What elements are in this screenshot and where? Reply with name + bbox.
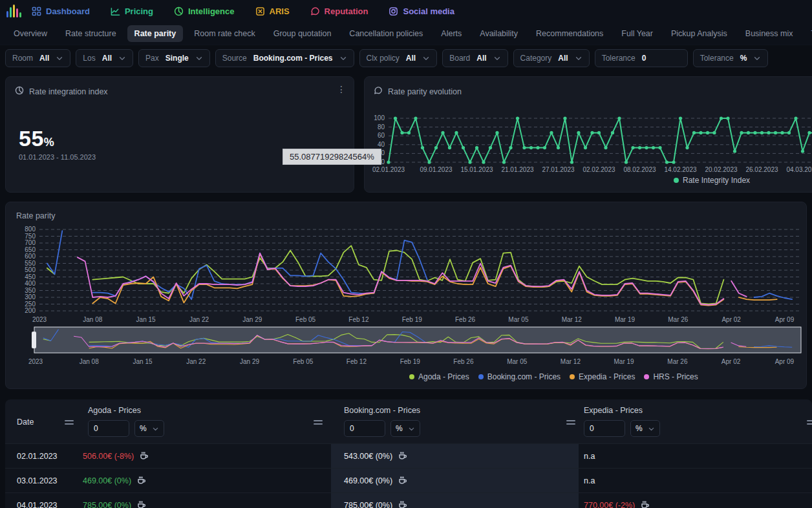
legend-item[interactable]: Booking.com - Prices	[478, 372, 561, 381]
svg-text:26.02.2023: 26.02.2023	[745, 166, 778, 173]
legend-label: Booking.com - Prices	[487, 372, 561, 381]
filter-los[interactable]: LosAll	[76, 49, 133, 67]
tab-full-year[interactable]: Full Year	[614, 25, 660, 42]
tab-pickup-analysis[interactable]: Pickup Analysis	[664, 25, 734, 42]
breakfast-cup-icon[interactable]	[640, 500, 650, 508]
tab-trend-analytic[interactable]: Trend analytic	[804, 25, 812, 42]
svg-text:750: 750	[25, 233, 36, 240]
svg-text:800: 800	[25, 226, 36, 233]
column-drag-handle-icon[interactable]	[807, 420, 812, 427]
tab-availability[interactable]: Availability	[473, 25, 525, 42]
tab-rate-parity[interactable]: Rate parity	[127, 25, 184, 42]
svg-text:700: 700	[25, 239, 36, 246]
tab-business-mix[interactable]: Business mix	[738, 25, 800, 42]
svg-text:100: 100	[374, 114, 385, 122]
cup-icon	[398, 476, 407, 485]
chevron-down-icon	[118, 54, 126, 62]
breakfast-cup-icon[interactable]	[136, 476, 146, 485]
chart-range-navigator[interactable]: 2023Jan 08Jan 15Jan 22Jan 29Feb 05Feb 12…	[11, 326, 802, 366]
table-row[interactable]: 03.01.2023 469.00€ (0%) 469.00€ (0%) n.a	[5, 468, 812, 492]
chevron-down-icon	[575, 54, 582, 62]
legend-item[interactable]: HRS - Prices	[644, 372, 698, 381]
navigator-handle	[32, 332, 36, 348]
table-header: Date Agoda - Prices % Booking.com - Pric…	[5, 399, 812, 443]
filter-label: Category	[520, 54, 552, 63]
legend-item[interactable]: Rate Integrity Index	[674, 176, 750, 185]
filter-board[interactable]: BoardAll	[442, 49, 508, 67]
price-value: 469.00€ (0%)	[344, 476, 392, 485]
svg-text:250: 250	[25, 301, 36, 308]
tab-group-quotation[interactable]: Group quotation	[266, 25, 339, 42]
topnav-item-intelligence[interactable]: Intelligence	[174, 6, 235, 16]
breakfast-cup-icon[interactable]	[139, 451, 149, 461]
tab-overview[interactable]: Overview	[6, 25, 54, 42]
instagram-icon	[389, 6, 398, 16]
tolerance-unit-select[interactable]: %	[390, 420, 420, 437]
chat-bubble-icon	[310, 6, 320, 16]
tab-room-rate-check[interactable]: Room rate check	[187, 25, 262, 42]
svg-text:Mar 05: Mar 05	[508, 316, 529, 323]
svg-text:08.02.2023: 08.02.2023	[623, 166, 656, 173]
tab-rate-structure[interactable]: Rate structure	[58, 25, 123, 42]
legend-item[interactable]: Expedia - Prices	[570, 372, 635, 381]
svg-text:300: 300	[25, 293, 36, 301]
topnav-item-aris[interactable]: ARIS	[255, 6, 290, 16]
card-menu-kebab-icon[interactable]: ⋮	[337, 85, 346, 94]
topnav-item-dashboard[interactable]: Dashboard	[32, 6, 90, 16]
topnav-item-social-media[interactable]: Social media	[389, 6, 454, 16]
tolerance-unit-select[interactable]: %	[630, 420, 660, 437]
topnav-item-pricing[interactable]: Pricing	[111, 6, 153, 16]
breakfast-cup-icon[interactable]	[398, 476, 407, 485]
svg-text:500: 500	[25, 266, 36, 273]
filter-source[interactable]: SourceBooking.com - Prices	[215, 49, 354, 67]
legend-item[interactable]: Agoda - Prices	[409, 372, 469, 381]
date-column-header: Date	[17, 418, 34, 427]
svg-text:Mar 05: Mar 05	[507, 358, 528, 365]
topnav-item-label: Social media	[403, 6, 454, 16]
column-drag-handle-icon[interactable]	[65, 420, 74, 427]
breakfast-cup-icon[interactable]	[398, 451, 407, 461]
svg-text:2023: 2023	[32, 316, 47, 323]
column-title: Expedia - Prices	[584, 406, 660, 415]
filter-category[interactable]: CategoryAll	[513, 49, 590, 67]
breakfast-cup-icon[interactable]	[398, 500, 407, 508]
chat-bubble-icon	[374, 86, 383, 95]
svg-text:Feb 19: Feb 19	[400, 358, 421, 365]
filter-selected-value: Single	[166, 54, 189, 63]
filter-pax[interactable]: PaxSingle	[138, 49, 210, 67]
row-date: 02.01.2023	[17, 444, 58, 468]
table-row[interactable]: 04.01.2023 785.00€ (0%) 785.00€ (0%) 770…	[5, 492, 812, 508]
svg-text:450: 450	[25, 273, 36, 280]
filter-input-value[interactable]: 0	[642, 54, 681, 63]
chevron-down-icon	[753, 54, 761, 62]
tolerance-unit-select[interactable]: %	[134, 420, 164, 437]
tolerance-filter-input[interactable]	[344, 420, 385, 437]
rate-parity-evolution-chart[interactable]: 02040608010002.01.202309.01.202315.01.20…	[370, 114, 812, 174]
chart-tooltip: 55.08771929824564%	[283, 149, 381, 165]
tab-alerts[interactable]: Alerts	[434, 25, 469, 42]
filter-tolerance[interactable]: Tolerance0	[595, 49, 688, 67]
filter-clx-policy[interactable]: Clx policyAll	[359, 49, 438, 67]
tab-recommendations[interactable]: Recommendations	[529, 25, 610, 42]
price-value: n.a	[584, 476, 595, 485]
tolerance-filter-input[interactable]	[88, 420, 129, 437]
svg-text:Feb 12: Feb 12	[348, 316, 369, 323]
tab-cancellation-policies[interactable]: Cancellation policies	[342, 25, 430, 42]
column-drag-handle-icon[interactable]	[566, 420, 575, 427]
app-logo-icon[interactable]	[6, 5, 21, 17]
topnav-item-label: Intelligence	[188, 6, 235, 16]
column-drag-handle-icon[interactable]	[314, 420, 323, 427]
breakfast-cup-icon[interactable]	[136, 500, 146, 508]
tolerance-filter-input[interactable]	[584, 420, 625, 437]
filter-room[interactable]: RoomAll	[5, 49, 70, 67]
svg-text:Apr 09: Apr 09	[775, 358, 795, 365]
filter-selected-value: All	[406, 54, 416, 63]
topnav-item-reputation[interactable]: Reputation	[310, 6, 369, 16]
section-tabs: OverviewRate structureRate parityRoom ra…	[0, 22, 812, 45]
filter-tolerance[interactable]: Tolerance%	[693, 49, 769, 67]
table-row[interactable]: 02.01.2023 506.00€ (-8%) 543.00€ (0%) n.…	[5, 443, 812, 468]
svg-text:400: 400	[25, 280, 36, 287]
svg-text:Mar 19: Mar 19	[615, 316, 636, 323]
rate-parity-chart[interactable]: 2002503003504004505005506006507007508002…	[11, 226, 802, 324]
cup-icon	[398, 451, 407, 461]
